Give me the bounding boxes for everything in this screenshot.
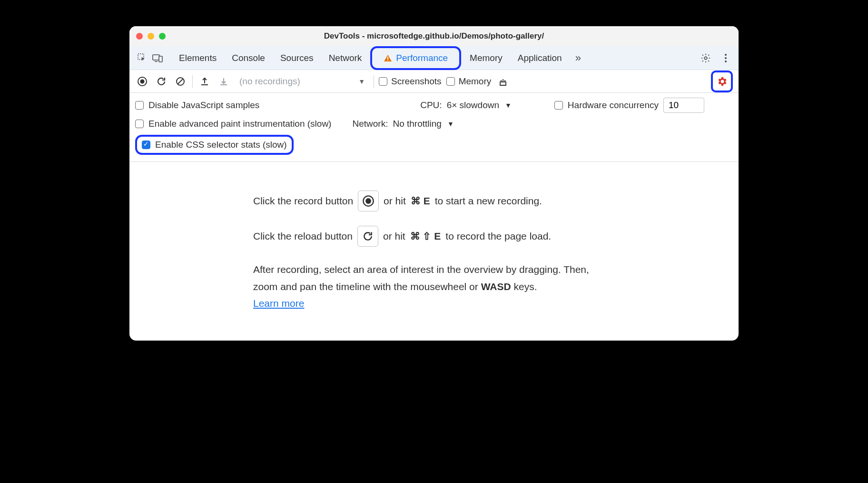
inspect-icon[interactable]: [135, 51, 149, 65]
devtools-window: DevTools - microsoftedge.github.io/Demos…: [129, 26, 739, 341]
wasd-text: WASD: [481, 281, 511, 292]
tab-elements[interactable]: Elements: [172, 50, 223, 66]
memory-option[interactable]: Memory: [446, 76, 492, 87]
panel-tabbar: Elements Console Sources Network Perform…: [129, 46, 739, 70]
keyboard-shortcut: ⌘ E: [411, 192, 430, 210]
tab-performance-highlight: Performance: [370, 46, 461, 70]
instr-text: or hit: [383, 228, 405, 245]
screenshots-checkbox[interactable]: [379, 77, 387, 86]
cpu-throttle-dropdown[interactable]: 6× slowdown ▼: [447, 100, 512, 111]
screenshots-label: Screenshots: [391, 76, 442, 87]
chevron-down-icon: ▼: [505, 101, 512, 109]
chevron-down-icon: ▼: [447, 120, 454, 128]
memory-label: Memory: [459, 76, 492, 87]
record-button[interactable]: [135, 74, 149, 89]
svg-rect-4: [387, 57, 388, 59]
css-selector-stats-option[interactable]: Enable CSS selector stats (slow): [142, 140, 287, 150]
paint-instrumentation-option[interactable]: Enable advanced paint instrumentation (s…: [135, 119, 331, 129]
disable-js-checkbox[interactable]: [135, 101, 144, 110]
warning-icon: [384, 54, 392, 62]
tab-memory[interactable]: Memory: [463, 50, 509, 66]
svg-line-13: [178, 79, 183, 84]
instr-text: to record the page load.: [445, 228, 551, 245]
tab-performance-label: Performance: [396, 53, 448, 63]
hardware-concurrency-checkbox[interactable]: [554, 101, 563, 110]
svg-rect-1: [153, 55, 159, 60]
network-throttle-dropdown[interactable]: No throttling ▼: [393, 119, 454, 129]
instr-text: Click the record button: [253, 192, 353, 210]
hardware-concurrency-label: Hardware concurrency: [568, 100, 659, 111]
instructions: Click the record button or hit ⌘ E to st…: [253, 191, 615, 312]
separator: [374, 75, 374, 88]
network-value: No throttling: [393, 119, 441, 129]
paint-instrumentation-label: Enable advanced paint instrumentation (s…: [148, 119, 331, 129]
more-tabs-button[interactable]: »: [571, 52, 586, 64]
svg-point-8: [725, 57, 727, 59]
instr-text: After recording, select an area of inter…: [253, 264, 589, 292]
paint-instrumentation-checkbox[interactable]: [135, 120, 144, 128]
screenshots-option[interactable]: Screenshots: [379, 76, 442, 87]
tab-network[interactable]: Network: [322, 50, 369, 66]
keyboard-shortcut: ⌘ ⇧ E: [410, 228, 441, 245]
instr-text: or hit: [384, 192, 406, 210]
svg-rect-14: [500, 82, 506, 85]
capture-settings-highlight: [711, 70, 733, 92]
css-selector-stats-checkbox[interactable]: [142, 141, 150, 149]
cpu-label: CPU:: [420, 100, 442, 111]
tab-performance[interactable]: Performance: [377, 50, 454, 66]
css-selector-stats-highlight: Enable CSS selector stats (slow): [135, 135, 294, 155]
instr-text: Click the reload button: [253, 228, 353, 245]
svg-rect-5: [387, 60, 388, 60]
cpu-value: 6× slowdown: [447, 100, 499, 111]
hardware-concurrency-input[interactable]: [663, 98, 704, 113]
reload-button-inline[interactable]: [357, 226, 378, 247]
device-toggle-icon[interactable]: [150, 51, 165, 65]
recordings-dropdown[interactable]: (no recordings) ▼: [236, 76, 369, 87]
download-button[interactable]: [217, 74, 231, 89]
performance-landing: Click the record button or hit ⌘ E to st…: [129, 162, 739, 341]
network-label: Network:: [352, 119, 388, 129]
more-menu-icon[interactable]: [719, 51, 733, 65]
tab-application[interactable]: Application: [511, 50, 569, 66]
svg-point-7: [725, 54, 727, 56]
tab-sources[interactable]: Sources: [274, 50, 320, 66]
settings-gear-icon[interactable]: [699, 51, 713, 65]
svg-point-17: [365, 198, 371, 204]
css-selector-stats-label: Enable CSS selector stats (slow): [155, 140, 287, 150]
disable-js-option[interactable]: Disable JavaScript samples: [135, 100, 259, 111]
reload-button[interactable]: [154, 74, 168, 89]
instr-text: keys.: [513, 281, 537, 292]
upload-button[interactable]: [197, 74, 212, 89]
performance-toolbar: (no recordings) ▼ Screenshots Memory: [129, 70, 739, 93]
separator: [192, 75, 193, 88]
svg-point-9: [725, 60, 727, 62]
recordings-placeholder: (no recordings): [239, 76, 300, 87]
tab-console[interactable]: Console: [225, 50, 272, 66]
record-button-inline[interactable]: [358, 191, 379, 211]
capture-settings-panel: Disable JavaScript samples CPU: 6× slowd…: [129, 93, 739, 162]
titlebar: DevTools - microsoftedge.github.io/Demos…: [129, 26, 739, 46]
clear-button[interactable]: [173, 74, 187, 89]
capture-settings-button[interactable]: [715, 74, 729, 89]
chevron-down-icon: ▼: [358, 78, 365, 85]
window-title: DevTools - microsoftedge.github.io/Demos…: [129, 31, 739, 41]
disable-js-label: Disable JavaScript samples: [148, 100, 259, 111]
panel-tabs: Elements Console Sources Network Perform…: [172, 46, 698, 70]
svg-point-6: [704, 57, 707, 60]
collect-garbage-button[interactable]: [496, 74, 510, 89]
hardware-concurrency-option[interactable]: Hardware concurrency: [554, 98, 704, 113]
learn-more-link[interactable]: Learn more: [253, 298, 304, 309]
svg-rect-3: [159, 56, 162, 62]
instr-text: to start a new recording.: [435, 192, 542, 210]
memory-checkbox[interactable]: [446, 77, 455, 86]
svg-point-11: [140, 79, 145, 83]
